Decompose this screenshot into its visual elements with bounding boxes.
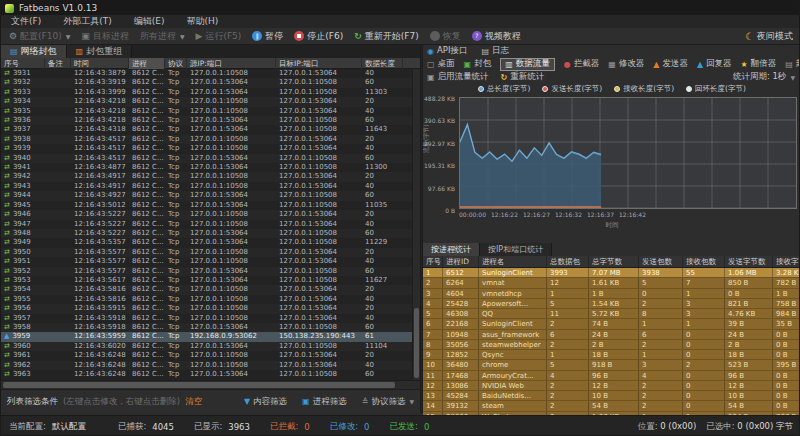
table-row[interactable]: ⇄393112:16:43:38798612 C...Tcp127.0.0.1:… bbox=[1, 69, 412, 78]
menu-file[interactable]: 文件(F) bbox=[11, 15, 41, 28]
col-time[interactable]: 时间 bbox=[71, 58, 129, 69]
col-total-bytes[interactable]: 总字节数 bbox=[589, 256, 639, 267]
protocol-filter-button[interactable]: ≙ 协议筛选 ▼ bbox=[362, 396, 414, 408]
table-row[interactable]: 26264vmnat121.61 KB57850 B782 B bbox=[423, 278, 800, 288]
table-row[interactable]: 1213086NVIDIA Web212 B2012 B0 B bbox=[423, 381, 800, 391]
tab-packet-reassembly[interactable]: ▥ 封包重组 bbox=[67, 45, 133, 58]
horizontal-scrollbar[interactable] bbox=[1, 380, 420, 389]
table-row[interactable]: ⇄395712:16:43:59188612 C...Tcp127.0.0.1:… bbox=[1, 314, 412, 323]
stop-button[interactable]: 停止(F6) bbox=[294, 30, 343, 43]
scroll-thumb[interactable] bbox=[414, 308, 419, 378]
config-button[interactable]: ⚙ 配置(F10)▼ bbox=[9, 30, 70, 43]
target-process-button[interactable]: ▣ 目标进程 bbox=[81, 30, 129, 43]
restat-button[interactable]: ↻ 重新统计 bbox=[501, 71, 545, 83]
table-row[interactable]: ⇄394612:16:43:52278612 C...Tcp127.0.0.1:… bbox=[1, 210, 412, 219]
enable-traffic-stats-toggle[interactable]: ▣ 启用流量统计 bbox=[427, 71, 489, 83]
module-doubler[interactable]: ★翻倍器 bbox=[741, 58, 777, 70]
col-total-packets[interactable]: 总数据包 bbox=[547, 256, 589, 267]
table-row[interactable]: 1439132steam254 B2054 B0 B bbox=[423, 401, 800, 411]
col-pid[interactable]: 进程ID bbox=[443, 256, 479, 267]
col-send-bytes[interactable]: 发送字节数 bbox=[725, 256, 773, 267]
col-note[interactable]: 备注 bbox=[45, 58, 71, 69]
table-row[interactable]: ⇄394112:16:43:48778612 C...Tcp127.0.0.1:… bbox=[1, 163, 412, 172]
col-index[interactable]: 序号 bbox=[423, 256, 443, 267]
table-row[interactable]: ⇄393412:16:43:42188612 C...Tcp127.0.0.1:… bbox=[1, 97, 412, 106]
table-row[interactable]: ⇄395612:16:43:59158612 C...Tcp127.0.0.1:… bbox=[1, 304, 412, 313]
table-row[interactable]: 16512SunloginClient39937.07 MB3938551.06… bbox=[423, 268, 800, 278]
table-row[interactable]: 835056steamwebhelper22 B202 B0 B bbox=[423, 340, 800, 350]
tab-network-packets[interactable]: ▤ 网络封包 bbox=[1, 45, 67, 58]
table-row[interactable]: ⇄393812:16:43:45178612 C...Tcp127.0.0.1:… bbox=[1, 135, 412, 144]
col-dst[interactable]: 目标IP:端口 bbox=[276, 58, 362, 69]
table-row[interactable]: 622168SunloginClient274 B1139 B35 B bbox=[423, 319, 800, 329]
table-row[interactable]: ⇄396012:16:43:60208612 C...Tcp127.0.0.1:… bbox=[1, 342, 412, 351]
table-row[interactable]: 1036480chrome5918 B32523 B395 B bbox=[423, 360, 800, 370]
table-row[interactable]: ⇄393512:16:43:42188612 C...Tcp127.0.0.1:… bbox=[1, 107, 412, 116]
col-src[interactable]: 源IP:端口 bbox=[187, 58, 276, 69]
night-mode-toggle[interactable]: ☾ 夜间模式 bbox=[745, 30, 793, 43]
table-row[interactable]: ▲395912:16:43:59598612 C...Tcp192.168.0.… bbox=[1, 332, 412, 341]
table-row[interactable]: ⇄393212:16:43:39198612 C...Tcp127.0.0.1:… bbox=[1, 78, 412, 87]
module-sender[interactable]: ▲发送器 bbox=[653, 58, 688, 70]
col-process[interactable]: 进程 bbox=[129, 58, 165, 69]
table-row[interactable]: 546308QQ115.72 KB834.76 KB984 B bbox=[423, 309, 800, 319]
module-interceptor[interactable]: ●拦截器 bbox=[564, 58, 599, 70]
menu-external-tools[interactable]: 外部工具(T) bbox=[63, 15, 112, 28]
menu-edit[interactable]: 编辑(E) bbox=[134, 15, 165, 28]
table-row[interactable]: ⇄393312:16:43:39998612 C...Tcp127.0.0.1:… bbox=[1, 88, 412, 97]
tab-api[interactable]: ◉ API接口 bbox=[427, 45, 467, 57]
table-row[interactable]: 34604vmnetdhcp11 B010 B1 B bbox=[423, 289, 800, 299]
module-modifier[interactable]: ▦修改器 bbox=[608, 58, 644, 70]
col-recv-packets[interactable]: 接收包数 bbox=[683, 256, 725, 267]
table-row[interactable]: ⇄396312:16:43:62488612 C...Tcp127.0.0.1:… bbox=[1, 370, 412, 379]
table-row[interactable]: ⇄394212:16:43:49178612 C...Tcp127.0.0.1:… bbox=[1, 172, 412, 181]
table-row[interactable]: ⇄394012:16:43:45178612 C...Tcp127.0.0.1:… bbox=[1, 154, 412, 163]
table-row[interactable]: ⇄393612:16:43:42188612 C...Tcp127.0.0.1:… bbox=[1, 116, 412, 125]
tab-log[interactable]: ▤ 日志 bbox=[481, 45, 509, 57]
scroll-thumb[interactable] bbox=[3, 382, 395, 388]
col-seq[interactable]: 序号 bbox=[1, 58, 45, 69]
tab-stats-by-process[interactable]: 按进程统计 bbox=[423, 243, 480, 256]
restart-button[interactable]: ↻ 重新开始(F7) bbox=[354, 30, 418, 43]
content-filter-button[interactable]: ▼ 内容筛选 bbox=[244, 396, 287, 408]
stat-period-dropdown[interactable]: 统计周期: 1秒 ▼ bbox=[733, 71, 795, 83]
table-row[interactable]: ⇄395812:16:43:59188612 C...Tcp127.0.0.1:… bbox=[1, 323, 412, 332]
clear-filter-button[interactable]: 清空 bbox=[185, 396, 202, 408]
col-protocol[interactable]: 协议 bbox=[165, 58, 187, 69]
table-row[interactable]: 912852Qsync118 B1018 B0 B bbox=[423, 350, 800, 360]
table-row[interactable]: 1117468ArmouryCrat...496 B4096 B0 B bbox=[423, 371, 800, 381]
table-row[interactable]: ⇄395512:16:43:58168612 C...Tcp127.0.0.1:… bbox=[1, 295, 412, 304]
tab-stats-by-ip-port[interactable]: 按IP和端口统计 bbox=[480, 243, 552, 256]
resume-button[interactable]: 恢复 bbox=[430, 30, 461, 43]
table-row[interactable]: ⇄396112:16:43:62488612 C...Tcp127.0.0.1:… bbox=[1, 351, 412, 360]
table-row[interactable]: ⇄395112:16:43:55778612 C...Tcp127.0.0.1:… bbox=[1, 257, 412, 266]
menu-help[interactable]: 帮助(H) bbox=[186, 15, 218, 28]
process-filter-button[interactable]: ▣ 进程筛选 bbox=[302, 396, 347, 408]
col-send-packets[interactable]: 发送包数 bbox=[639, 256, 683, 267]
table-row[interactable]: ⇄395312:16:43:56178612 C...Tcp127.0.0.1:… bbox=[1, 276, 412, 285]
table-row[interactable]: ⇄395412:16:43:58168612 C...Tcp127.0.0.1:… bbox=[1, 285, 412, 294]
vertical-scrollbar[interactable] bbox=[412, 69, 420, 380]
table-row[interactable]: ⇄395212:16:43:55778612 C...Tcp127.0.0.1:… bbox=[1, 267, 412, 276]
table-row[interactable]: ⇄394512:16:43:50128612 C...Tcp127.0.0.1:… bbox=[1, 201, 412, 210]
table-row[interactable]: ⇄396212:16:43:62488612 C...Tcp127.0.0.1:… bbox=[1, 361, 412, 370]
table-row[interactable]: ⇄394412:16:43:49278612 C...Tcp127.0.0.1:… bbox=[1, 191, 412, 200]
module-packet-compare[interactable]: ▤封包比对 bbox=[785, 58, 800, 70]
all-process-dropdown[interactable]: 所有进程▼ bbox=[140, 30, 185, 43]
table-row[interactable]: 1345284BaiduNetdis...210 B2010 B0 B bbox=[423, 391, 800, 401]
module-replier[interactable]: ▲回复器 bbox=[697, 58, 732, 70]
run-button[interactable]: ▶ 运行(F5) bbox=[196, 30, 242, 43]
table-row[interactable]: 425428Apowersoft...51.54 KB23821 B758 B bbox=[423, 299, 800, 309]
module-traffic[interactable]: ▥数据流量 bbox=[500, 58, 555, 71]
table-row[interactable]: ⇄394812:16:43:52278612 C...Tcp127.0.0.1:… bbox=[1, 229, 412, 238]
module-packet[interactable]: ▣封包 bbox=[464, 58, 492, 70]
col-recv-bytes[interactable]: 接收字节 bbox=[773, 256, 800, 267]
legend-item[interactable]: 回环长度(字节) bbox=[686, 84, 746, 94]
table-row[interactable]: ⇄394912:16:43:53578612 C...Tcp127.0.0.1:… bbox=[1, 238, 412, 247]
legend-item[interactable]: 接收长度(字节) bbox=[614, 84, 674, 94]
table-row[interactable]: ⇄393912:16:43:45178612 C...Tcp127.0.0.1:… bbox=[1, 144, 412, 153]
table-row[interactable]: ⇄394312:16:43:49178612 C...Tcp127.0.0.1:… bbox=[1, 182, 412, 191]
table-row[interactable]: ⇄393712:16:43:43188612 C...Tcp127.0.0.1:… bbox=[1, 125, 412, 134]
table-row[interactable]: ⇄394712:16:43:52278612 C...Tcp127.0.0.1:… bbox=[1, 220, 412, 229]
col-length[interactable]: 数据长度 bbox=[362, 58, 403, 69]
